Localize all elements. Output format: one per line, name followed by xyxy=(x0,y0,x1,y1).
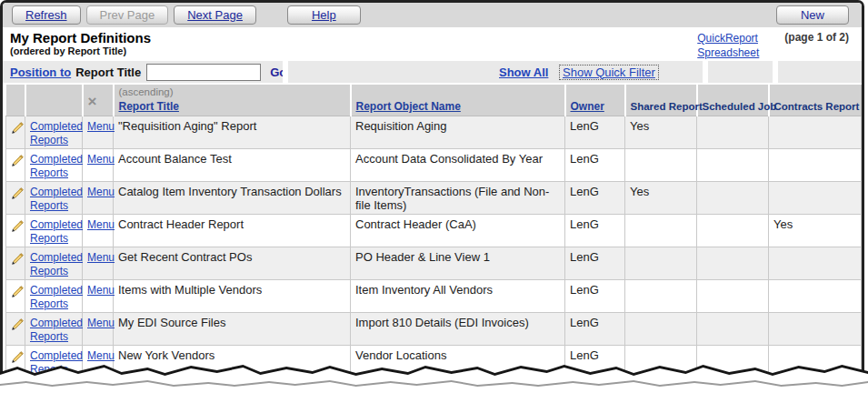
sort-direction-label: (ascending) xyxy=(119,86,345,97)
contracts-report-cell xyxy=(769,247,862,280)
page-title: My Report Definitions xyxy=(10,31,151,45)
position-to-link[interactable]: Position to xyxy=(10,66,71,79)
scheduled-job-cell xyxy=(697,378,769,392)
completed-reports-link[interactable]: Completed Reports xyxy=(30,120,83,146)
completed-reports-link[interactable]: Completed Reports xyxy=(30,284,83,310)
edit-pencil-icon xyxy=(11,285,25,298)
menu-link[interactable]: Menu xyxy=(87,120,115,133)
contracts-report-cell xyxy=(769,378,862,392)
report-object-name-cell: PO Header & Line View 1 xyxy=(351,247,565,280)
edit-report-button[interactable] xyxy=(6,182,25,215)
prev-page-button: Prev Page xyxy=(86,5,169,25)
report-definitions-screen: Refresh Prev Page Next Page Help New My … xyxy=(0,0,868,393)
shared-report-cell: Yes xyxy=(625,116,697,149)
contracts-report-cell xyxy=(769,182,862,215)
menu-cell: Menu xyxy=(83,182,114,215)
report-title-cell: Items with Multiple Vendors xyxy=(114,280,351,313)
spreadsheet-link[interactable]: Spreadsheet xyxy=(697,45,759,60)
position-to-input[interactable] xyxy=(146,64,261,81)
completed-reports-link[interactable]: Completed Reports xyxy=(30,153,83,179)
edit-report-button[interactable] xyxy=(6,116,25,149)
next-page-button[interactable]: Next Page xyxy=(174,5,256,25)
show-all-link[interactable]: Show All xyxy=(499,66,548,79)
menu-cell: Menu xyxy=(83,378,114,392)
report-title-cell: Get Recent Contract POs xyxy=(114,247,351,280)
menu-column-header: × xyxy=(83,85,114,116)
scheduled-job-cell xyxy=(697,280,769,313)
menu-link[interactable]: Menu xyxy=(87,251,115,264)
edit-report-button[interactable] xyxy=(6,378,25,392)
shared-report-cell: Yes xyxy=(625,182,697,215)
report-object-name-cell: Contract Header (CaA) xyxy=(351,215,565,247)
contracts-report-cell xyxy=(769,149,862,182)
menu-cell: Menu xyxy=(83,149,114,182)
menu-link[interactable]: Menu xyxy=(87,382,115,391)
report-object-name-cell: InventoryTransactions (File and Non-file… xyxy=(351,182,565,215)
shared-report-cell xyxy=(625,280,697,313)
edit-report-button[interactable] xyxy=(6,313,25,346)
edit-pencil-icon xyxy=(11,121,25,135)
scheduled-job-column-header: Scheduled Job xyxy=(697,85,769,116)
shared-report-cell xyxy=(625,346,697,378)
completed-reports-link[interactable]: Completed Reports xyxy=(30,349,83,376)
menu-link[interactable]: Menu xyxy=(87,218,115,231)
edit-report-button[interactable] xyxy=(6,280,25,313)
report-object-name-cell: Item Inventory All Vendors xyxy=(351,280,565,313)
clear-sort-icon[interactable]: × xyxy=(88,96,97,114)
shared-report-column-header: Shared Report xyxy=(625,85,697,116)
edit-report-button[interactable] xyxy=(6,247,25,280)
menu-link[interactable]: Menu xyxy=(87,186,115,198)
menu-link[interactable]: Menu xyxy=(87,153,115,166)
help-button[interactable]: Help xyxy=(287,5,361,25)
scheduled-job-cell xyxy=(697,116,769,149)
report-title-cell: Non-file item requisition lines by Dept xyxy=(114,378,351,392)
completed-reports-link[interactable]: Completed Reports xyxy=(30,218,83,245)
contracts-report-cell xyxy=(769,116,862,149)
refresh-button[interactable]: Refresh xyxy=(12,5,81,25)
report-object-name-column-header: Report Object Name xyxy=(351,85,565,116)
sort-by-report-object-name-link[interactable]: Report Object Name xyxy=(356,100,461,113)
report-title-cell: New York Vendors xyxy=(114,346,351,378)
report-object-name-cell: Import 810 Details (EDI Invoices) xyxy=(351,313,565,346)
scheduled-job-cell xyxy=(697,149,769,182)
menu-link[interactable]: Menu xyxy=(87,284,115,297)
owner-cell: LenG xyxy=(565,116,625,149)
completed-reports-cell: Completed Reports xyxy=(25,149,83,182)
owner-cell: LenG xyxy=(565,346,625,378)
report-row: Completed ReportsMenuContract Header Rep… xyxy=(6,215,862,247)
show-quick-filter-button[interactable]: Show Quick Filter xyxy=(559,65,659,80)
sort-by-report-title-link[interactable]: Report Title xyxy=(119,100,179,113)
edit-report-button[interactable] xyxy=(6,149,25,182)
sort-by-owner-link[interactable]: Owner xyxy=(571,100,604,113)
edit-pencil-icon xyxy=(11,154,25,167)
menu-link[interactable]: Menu xyxy=(87,317,115,329)
owner-cell: LenG xyxy=(565,149,625,182)
completed-reports-link[interactable]: Completed Reports xyxy=(30,317,83,343)
owner-cell: LenG xyxy=(565,280,625,313)
contracts-report-cell xyxy=(769,346,862,378)
edit-report-button[interactable] xyxy=(6,215,25,247)
completed-reports-link[interactable]: Completed Reports xyxy=(30,251,83,277)
menu-cell: Menu xyxy=(83,247,114,280)
contracts-report-column-header: Contracts Report xyxy=(769,85,862,116)
report-row: Completed ReportsMenuItems with Multiple… xyxy=(6,280,862,313)
menu-cell: Menu xyxy=(83,215,114,247)
report-object-name-cell: Vendor Locations xyxy=(351,346,565,378)
position-field-label: Report Title xyxy=(75,66,141,79)
edit-pencil-icon xyxy=(11,219,25,233)
filter-separator xyxy=(703,61,708,83)
report-row: Completed ReportsMenuNon-file item requi… xyxy=(6,378,862,392)
completed-reports-link[interactable]: Completed Reports xyxy=(30,382,83,391)
edit-report-button[interactable] xyxy=(6,346,25,378)
completed-reports-cell: Completed Reports xyxy=(25,182,83,215)
completed-reports-cell: Completed Reports xyxy=(25,346,83,378)
owner-cell: LenG xyxy=(565,215,625,247)
shared-report-cell xyxy=(625,313,697,346)
new-button[interactable]: New xyxy=(776,5,849,25)
completed-reports-link[interactable]: Completed Reports xyxy=(30,186,83,212)
quick-report-link[interactable]: QuickReport xyxy=(697,31,758,45)
report-row: Completed ReportsMenuCatalog Item Invent… xyxy=(6,182,862,215)
menu-link[interactable]: Menu xyxy=(87,349,115,362)
owner-cell: LenG xyxy=(565,313,625,346)
completed-reports-cell: Completed Reports xyxy=(25,247,83,280)
